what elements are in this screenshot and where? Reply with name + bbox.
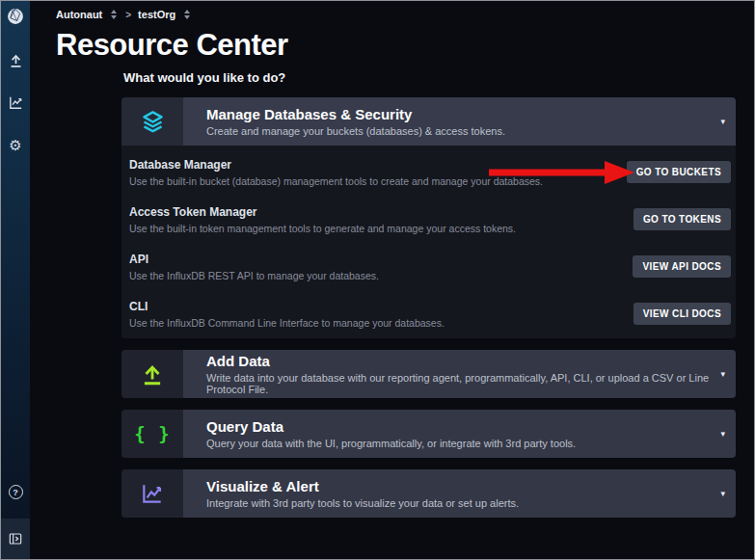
visualize-chart-icon (140, 481, 165, 506)
panel-description: Query your data with the UI, programmati… (206, 438, 736, 449)
panel-description: Create and manage your buckets (database… (206, 125, 736, 137)
main-content: Autonaut > testOrg Resource Center What … (30, 1, 754, 559)
panel-visualize-alert-header[interactable]: Visualize & Alert Integrate with 3rd par… (121, 469, 736, 518)
panel-title: Query Data (206, 418, 736, 435)
row-title: CLI (129, 300, 634, 313)
chevron-down-icon[interactable]: ▾ (720, 429, 725, 439)
panel-visualize-alert: Visualize & Alert Integrate with 3rd par… (121, 469, 736, 518)
breadcrumb: Autonaut > testOrg (56, 1, 754, 28)
breadcrumb-separator: > (125, 10, 131, 20)
buckets-layers-icon (140, 109, 166, 135)
row-description: Use the built-in token management tools … (129, 223, 634, 234)
page-subtitle: What would you like to do? (123, 70, 754, 85)
org-switcher-caret-icon[interactable] (182, 10, 192, 19)
data-explorer-graph-icon[interactable] (6, 93, 25, 112)
breadcrumb-org[interactable]: testOrg (138, 9, 175, 20)
panel-manage-databases: Manage Databases & Security Create and m… (121, 97, 736, 338)
panel-description: Write data into your database with our r… (206, 372, 736, 395)
sidebar: ⚙ ? (1, 1, 30, 559)
panel-query-data-header[interactable]: { } Query Data Query your data with the … (121, 410, 736, 458)
settings-gear-icon[interactable]: ⚙ (6, 135, 25, 154)
go-to-tokens-button[interactable]: GO TO TOKENS (634, 208, 731, 230)
panel-title: Manage Databases & Security (206, 106, 736, 122)
help-icon[interactable]: ? (9, 485, 23, 499)
breadcrumb-account[interactable]: Autonaut (56, 9, 102, 20)
panel-add-data-header[interactable]: Add Data Write data into your database w… (121, 350, 736, 398)
view-api-docs-button[interactable]: VIEW API DOCS (633, 255, 731, 278)
upload-data-icon[interactable] (6, 50, 25, 69)
panel-query-data: { } Query Data Query your data with the … (121, 410, 736, 458)
account-switcher-caret-icon[interactable] (109, 10, 119, 19)
view-cli-docs-button[interactable]: VIEW CLI DOCS (634, 303, 731, 325)
panel-manage-databases-header[interactable]: Manage Databases & Security Create and m… (121, 97, 736, 146)
row-database-manager: Database Manager Use the built-in bucket… (121, 148, 736, 196)
sidebar-expand-toggle[interactable] (1, 519, 30, 559)
page-title: Resource Center (56, 28, 754, 63)
row-description: Use the InfluxDB Command Line Interface … (129, 317, 634, 329)
row-title: Database Manager (129, 158, 627, 172)
influxdb-logo-icon[interactable] (5, 6, 26, 27)
row-title: API (129, 253, 633, 266)
go-to-buckets-button[interactable]: GO TO BUCKETS (627, 161, 731, 183)
expand-panel-icon (8, 531, 23, 547)
panel-title: Visualize & Alert (206, 478, 736, 494)
sidebar-nav: ⚙ (6, 50, 25, 154)
row-title: Access Token Manager (129, 205, 634, 219)
row-access-token-manager: Access Token Manager Use the built-in to… (121, 196, 736, 243)
curly-braces-icon: { } (134, 423, 170, 444)
panel-title: Add Data (206, 353, 736, 369)
row-cli: CLI Use the InfluxDB Command Line Interf… (121, 290, 736, 337)
row-description: Use the built-in bucket (database) manag… (129, 175, 627, 187)
chevron-down-icon[interactable]: ▾ (720, 117, 725, 126)
row-description: Use the InfluxDB REST API to manage your… (129, 270, 633, 281)
chevron-down-icon[interactable]: ▾ (720, 369, 725, 379)
app-window: ⚙ ? Autonaut > testOrg Resource Center W… (0, 0, 755, 560)
panel-add-data: Add Data Write data into your database w… (121, 350, 736, 398)
row-api: API Use the InfluxDB REST API to manage … (121, 243, 736, 290)
resource-panels: Manage Databases & Security Create and m… (121, 97, 736, 518)
add-data-upload-icon (140, 361, 165, 387)
panel-description: Integrate with 3rd party tools to visual… (206, 497, 736, 509)
chevron-down-icon[interactable]: ▾ (720, 489, 725, 498)
